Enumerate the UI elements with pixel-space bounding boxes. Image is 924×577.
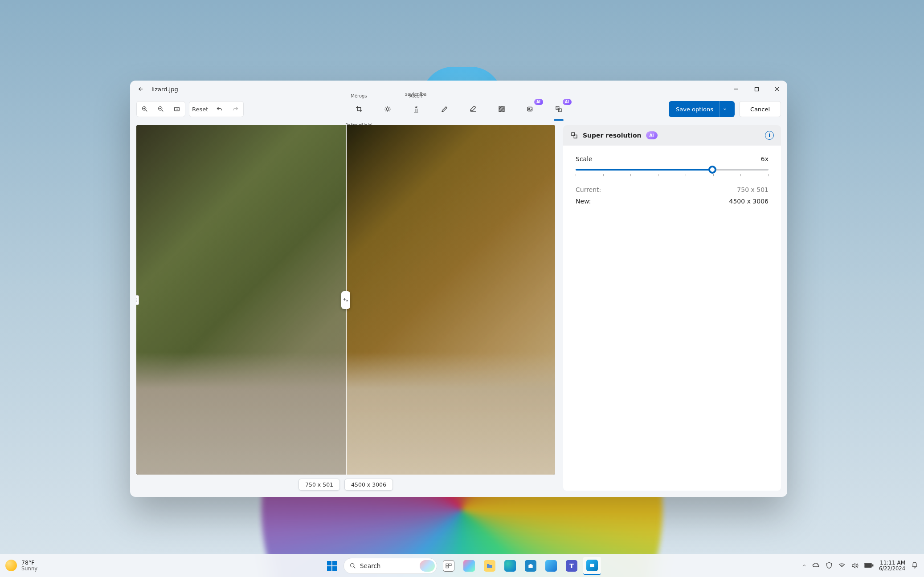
- weather-temp: 78°F: [21, 560, 37, 566]
- panel-title: Super resolution: [583, 132, 642, 139]
- svg-point-12: [351, 563, 354, 567]
- history-group: Reset: [189, 101, 244, 117]
- chevron-down-icon: [720, 101, 730, 117]
- upscaled-dimensions: 4500 x 3006: [344, 479, 393, 491]
- dimension-badges: 750 x 501 4500 x 3006: [136, 479, 555, 491]
- image-upscaled: [346, 125, 555, 475]
- adjust-tool[interactable]: [380, 102, 395, 117]
- current-label: Current:: [576, 186, 601, 193]
- crop-label: Mērogs: [351, 93, 367, 98]
- close-button[interactable]: [767, 81, 787, 98]
- crop-tool[interactable]: Mērogs Pašreizējais': [352, 102, 367, 117]
- new-value: 4500 x 3006: [729, 198, 769, 205]
- volume-icon[interactable]: [851, 562, 859, 569]
- editor-content: 750 x 501 4500 x 3006 Super resolution A…: [130, 121, 787, 497]
- info-button[interactable]: i: [765, 131, 774, 140]
- erase-tool[interactable]: [466, 102, 481, 117]
- onedrive-icon[interactable]: [812, 561, 820, 569]
- time: 11:11 AM: [879, 560, 905, 566]
- store-button[interactable]: [522, 557, 540, 575]
- system-tray: 11:11 AM 6/22/2024: [801, 560, 920, 572]
- background-tool[interactable]: [494, 102, 509, 117]
- current-row: Current: 750 x 501: [576, 186, 769, 193]
- edit-modes: Mērogs Pašreizējais' savienība Atcelt: [352, 102, 566, 117]
- cancel-button[interactable]: Cancel: [739, 101, 781, 117]
- remove-label: Atcelt: [409, 93, 422, 98]
- original-dimensions: 750 x 501: [298, 479, 340, 491]
- minimize-button[interactable]: [726, 81, 746, 98]
- maximize-button[interactable]: [746, 81, 767, 98]
- ai-badge-icon: AI: [563, 99, 572, 105]
- scale-label: Scale: [576, 155, 593, 163]
- copilot-button[interactable]: [460, 557, 478, 575]
- search-placeholder: Search: [360, 562, 380, 569]
- image-original: [136, 125, 346, 475]
- super-resolution-panel: Super resolution AI i Scale 6x Current:: [563, 125, 781, 491]
- file-name: lizard.jpg: [151, 86, 178, 93]
- search-icon: [349, 562, 356, 569]
- fit-button[interactable]: [169, 102, 185, 117]
- zoom-out-button[interactable]: [153, 102, 169, 117]
- security-icon[interactable]: [826, 562, 833, 569]
- scale-icon: [570, 131, 578, 139]
- photos-editor-window: lizard.jpg Reset Mērogs Pašreizējais': [130, 81, 787, 497]
- generative-tool[interactable]: AI: [523, 102, 538, 117]
- tray-chevron-icon[interactable]: [801, 563, 807, 568]
- super-resolution-tool[interactable]: AI: [551, 102, 566, 117]
- sun-icon: [5, 560, 17, 571]
- taskbar-center: Search T: [323, 557, 601, 575]
- svg-rect-16: [590, 564, 594, 567]
- new-label: New:: [576, 198, 591, 205]
- task-view-button[interactable]: [440, 557, 458, 575]
- notifications-icon[interactable]: [911, 561, 920, 570]
- svg-rect-13: [446, 564, 448, 565]
- paint-button[interactable]: [542, 557, 560, 575]
- slider-thumb[interactable]: [708, 166, 716, 174]
- toolbar-actions: Save options Cancel: [669, 101, 781, 117]
- image-canvas[interactable]: [136, 125, 555, 475]
- zoom-group: [136, 101, 185, 117]
- weather-cond: Sunny: [21, 566, 37, 572]
- back-button[interactable]: [133, 81, 149, 97]
- wifi-icon[interactable]: [838, 562, 846, 569]
- save-label: Save options: [676, 106, 713, 113]
- new-row: New: 4500 x 3006: [576, 198, 769, 205]
- save-options-button[interactable]: Save options: [669, 101, 735, 117]
- battery-icon[interactable]: [864, 562, 874, 569]
- svg-rect-15: [446, 566, 448, 568]
- windows-logo-icon: [327, 561, 337, 571]
- svg-rect-1: [755, 87, 758, 91]
- search-illustration: [420, 560, 435, 572]
- svg-rect-4: [175, 107, 180, 111]
- window-controls: [726, 81, 787, 98]
- svg-rect-18: [865, 565, 871, 567]
- svg-rect-14: [449, 564, 451, 565]
- start-button[interactable]: [323, 557, 341, 575]
- search-box[interactable]: Search: [343, 558, 437, 574]
- clock[interactable]: 11:11 AM 6/22/2024: [879, 560, 905, 572]
- date: 6/22/2024: [879, 566, 905, 572]
- ai-badge-icon: AI: [534, 99, 543, 105]
- taskbar: 78°F Sunny Search T 11:11 AM 6/22/2024: [0, 554, 924, 577]
- filter-tool[interactable]: savienība Atcelt: [409, 102, 424, 117]
- scale-value: 6x: [761, 155, 769, 163]
- teams-button[interactable]: T: [563, 557, 581, 575]
- weather-widget[interactable]: 78°F Sunny: [5, 560, 37, 571]
- undo-button[interactable]: [211, 102, 227, 117]
- reset-button[interactable]: Reset: [189, 102, 211, 117]
- redo-button[interactable]: [227, 102, 243, 117]
- current-value: 750 x 501: [737, 186, 769, 193]
- zoom-in-button[interactable]: [137, 102, 153, 117]
- edge-button[interactable]: [501, 557, 519, 575]
- scale-row: Scale 6x: [576, 155, 769, 163]
- explorer-button[interactable]: [481, 557, 499, 575]
- markup-tool[interactable]: [437, 102, 452, 117]
- photos-button[interactable]: [583, 557, 601, 575]
- canvas-side-handle[interactable]: [136, 295, 139, 305]
- compare-handle[interactable]: [341, 291, 350, 309]
- svg-point-5: [386, 108, 389, 110]
- scale-slider[interactable]: [576, 169, 769, 176]
- editor-toolbar: Reset Mērogs Pašreizējais' savienība Atc…: [130, 98, 787, 121]
- svg-rect-19: [872, 565, 873, 566]
- panel-header: Super resolution AI i: [563, 125, 781, 146]
